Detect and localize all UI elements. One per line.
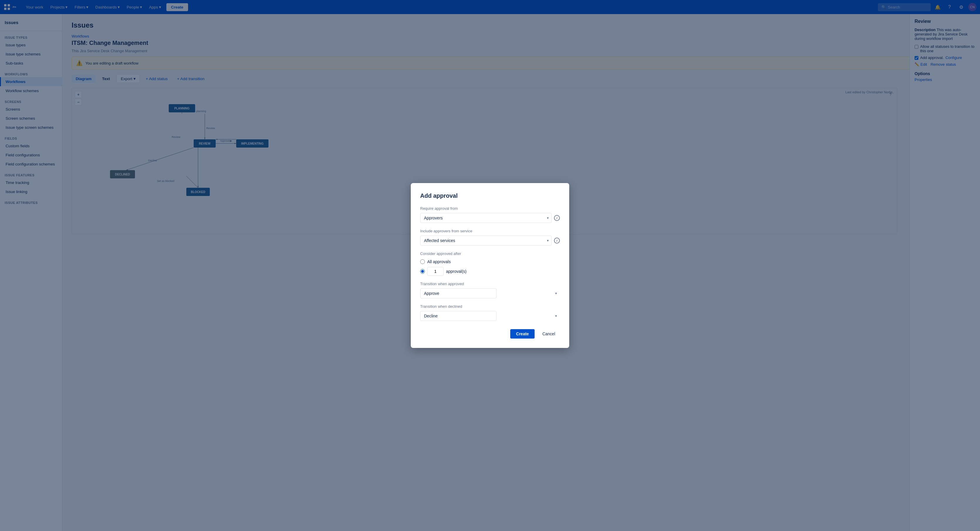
transition-declined-field: Transition when declined Approve Decline… — [420, 304, 560, 321]
approvals-number-input[interactable] — [427, 267, 444, 276]
transition-declined-select[interactable]: Approve Decline None — [420, 311, 496, 321]
approvals-suffix-label: approval(s) — [446, 269, 466, 274]
transition-approved-select[interactable]: Approve Decline None — [420, 288, 496, 298]
transition-approved-select-wrapper: Approve Decline None ▾ — [420, 288, 560, 298]
transition-approved-label: Transition when approved — [420, 281, 560, 286]
transition-declined-label: Transition when declined — [420, 304, 560, 308]
consider-approved-label: Consider approved after — [420, 251, 560, 256]
include-approvers-select[interactable]: Affected services None — [420, 235, 552, 246]
consider-approved-field: Consider approved after All approvals ap… — [420, 251, 560, 276]
modal-footer: Create Cancel — [420, 329, 560, 339]
require-approval-select[interactable]: Approvers Custom field Role — [420, 213, 552, 223]
num-approvals-radio[interactable] — [420, 269, 425, 274]
radio-number-approvals: approval(s) — [420, 267, 560, 276]
transition-declined-select-wrapper: Approve Decline None ▾ — [420, 311, 560, 321]
all-approvals-radio[interactable] — [420, 259, 425, 264]
all-approvals-label: All approvals — [427, 259, 451, 264]
chevron-down-icon: ▾ — [555, 291, 557, 296]
modal-title: Add approval — [420, 192, 560, 199]
include-approvers-row: Affected services None ▾ i — [420, 235, 560, 246]
require-approval-info-icon[interactable]: i — [554, 215, 560, 221]
require-approval-select-wrapper: Approvers Custom field Role ▾ — [420, 213, 552, 223]
include-approvers-field: Include approvers from service Affected … — [420, 229, 560, 246]
require-approval-row: Approvers Custom field Role ▾ i — [420, 213, 560, 223]
add-approval-modal: Add approval Require approval from Appro… — [411, 183, 569, 348]
chevron-down-icon: ▾ — [555, 314, 557, 318]
include-approvers-label: Include approvers from service — [420, 229, 560, 233]
require-approval-label: Require approval from — [420, 206, 560, 211]
require-approval-field: Require approval from Approvers Custom f… — [420, 206, 560, 223]
consider-approved-radio-group: All approvals approval(s) — [420, 258, 560, 276]
radio-all-approvals: All approvals — [420, 259, 560, 264]
modal-overlay: Add approval Require approval from Appro… — [0, 0, 980, 531]
cancel-button[interactable]: Cancel — [538, 329, 560, 339]
create-button[interactable]: Create — [510, 329, 535, 339]
include-approvers-info-icon[interactable]: i — [554, 238, 560, 243]
include-approvers-select-wrapper: Affected services None ▾ — [420, 235, 552, 246]
transition-approved-field: Transition when approved Approve Decline… — [420, 281, 560, 298]
